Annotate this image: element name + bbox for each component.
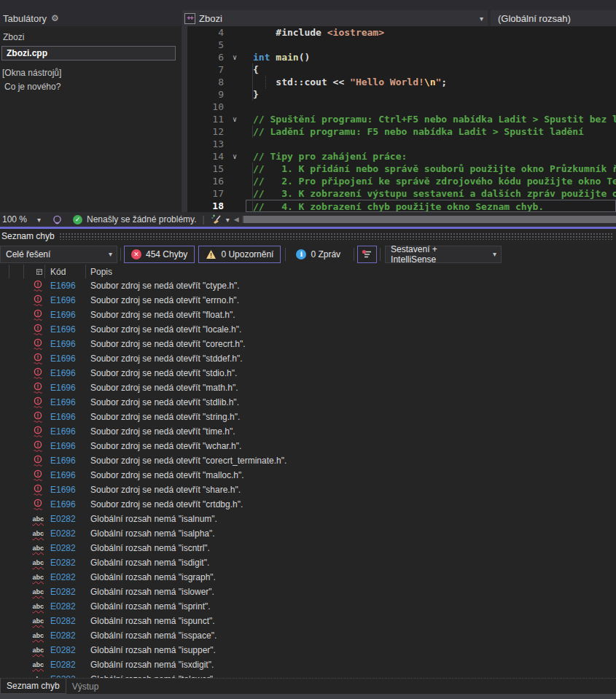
code-line[interactable]: 14∨// Tipy pro zahájení práce:: [187, 150, 616, 163]
error-code-link[interactable]: E1696: [45, 456, 86, 466]
error-row[interactable]: abcE0282Globální rozsah nemá "tolower".: [0, 672, 616, 679]
code-editor[interactable]: 4 #include <iostream>56∨int main()7{8 st…: [182, 26, 616, 212]
error-row[interactable]: E1696Soubor zdroj se nedá otevřít "stdio…: [0, 366, 616, 380]
error-code-link[interactable]: E0282: [45, 616, 86, 626]
warnings-filter-button[interactable]: 0 Upozornění: [198, 246, 281, 263]
document-dropdown[interactable]: ++ Zbozi ▾: [182, 10, 488, 26]
error-code-link[interactable]: E0282: [45, 630, 86, 641]
error-row[interactable]: E1696Soubor zdroj se nedá otevřít "stdde…: [0, 351, 616, 366]
error-row[interactable]: abcE0282Globální rozsah nemá "islower".: [0, 585, 616, 599]
tab-vystup[interactable]: Výstup: [66, 679, 105, 694]
tab-seznam-chyb[interactable]: Seznam chyb: [0, 679, 66, 694]
error-code-link[interactable]: E1696: [45, 295, 86, 305]
error-row[interactable]: abcE0282Globální rozsah nemá "isupper".: [0, 643, 616, 657]
error-code-link[interactable]: E0282: [45, 543, 86, 553]
error-row[interactable]: E1696Soubor zdroj se nedá otevřít "time.…: [0, 424, 616, 439]
intellicode-icon[interactable]: [52, 214, 63, 225]
column-description[interactable]: Popis: [86, 265, 616, 278]
column-code[interactable]: Kód: [45, 265, 86, 278]
code-line[interactable]: 7{: [187, 63, 616, 76]
error-row[interactable]: E1696Soubor zdroj se nedá otevřít "local…: [0, 322, 616, 337]
error-row[interactable]: abcE0282Globální rozsah nemá "ispunct".: [0, 614, 616, 628]
code-line[interactable]: 5: [187, 39, 616, 51]
source-filter-chevron-icon[interactable]: ▾: [493, 250, 496, 258]
error-row[interactable]: abcE0282Globální rozsah nemá "isgraph".: [0, 570, 616, 585]
scrollbar-left-arrow-icon[interactable]: ◀: [234, 216, 239, 223]
error-code-link[interactable]: E1696: [45, 397, 86, 407]
document-health-check-icon[interactable]: ✓: [73, 215, 82, 224]
error-row[interactable]: E1696Soubor zdroj se nedá otevřít "stdli…: [0, 395, 616, 410]
error-code-link[interactable]: E1696: [45, 339, 86, 349]
code-line[interactable]: 11∨// Spuštění programu: Ctrl+F5 nebo na…: [187, 113, 616, 125]
error-code-link[interactable]: E1696: [45, 441, 86, 451]
error-code-link[interactable]: E1696: [45, 426, 86, 437]
column-category[interactable]: [9, 265, 24, 278]
error-code-link[interactable]: E1696: [45, 368, 86, 378]
error-row[interactable]: E1696Soubor zdroj se nedá otevřít "corec…: [0, 337, 616, 351]
scope-filter-chevron-icon[interactable]: ▾: [109, 250, 112, 258]
error-row[interactable]: abcE0282Globální rozsah nemá "isspace".: [0, 628, 616, 643]
messages-filter-button[interactable]: i 0 Zpráv: [289, 246, 348, 263]
error-code-link[interactable]: E1696: [45, 485, 86, 495]
error-code-link[interactable]: E0282: [45, 645, 86, 655]
error-row[interactable]: E1696Soubor zdroj se nedá otevřít "strin…: [0, 410, 616, 424]
code-line[interactable]: 15// 1. K přidání nebo správě souborů po…: [187, 163, 616, 175]
horizontal-scrollbar[interactable]: [242, 216, 616, 223]
error-row[interactable]: abcE0282Globální rozsah nemá "isdigit".: [0, 555, 616, 570]
sidebar-item-co-je-noveho[interactable]: Co je nového?: [0, 79, 182, 93]
error-row[interactable]: E1696Soubor zdroj se nedá otevřít "crtdb…: [0, 497, 616, 512]
error-code-link[interactable]: E1696: [45, 383, 86, 393]
gear-icon[interactable]: ⚙: [51, 13, 59, 23]
column-severity[interactable]: [24, 265, 45, 278]
error-code-link[interactable]: E0282: [45, 558, 86, 568]
error-code-link[interactable]: E0282: [45, 660, 86, 670]
code-line[interactable]: 18// 4. K zobrazení chyb použijte okno S…: [187, 200, 616, 212]
code-line[interactable]: 9}: [187, 88, 616, 101]
zoom-chevron-down-icon[interactable]: ▾: [37, 216, 41, 224]
fold-chevron-icon[interactable]: ∨: [224, 113, 246, 125]
error-row[interactable]: abcE0282Globální rozsah nemá "iscntrl".: [0, 541, 616, 555]
error-code-link[interactable]: E1696: [45, 470, 86, 480]
code-cleanup-broom-icon[interactable]: [211, 214, 222, 225]
sidebar-item-okna-nastroju[interactable]: [Okna nástrojů]: [0, 60, 182, 79]
error-row[interactable]: abcE0282Globální rozsah nemá "isalpha".: [0, 526, 616, 541]
broom-chevron-down-icon[interactable]: ▾: [226, 216, 230, 224]
error-code-link[interactable]: E0282: [45, 514, 86, 524]
column-select[interactable]: [0, 265, 9, 278]
error-code-link[interactable]: E0282: [45, 601, 86, 612]
error-row[interactable]: E1696Soubor zdroj se nedá otevřít "ctype…: [0, 278, 616, 293]
error-row[interactable]: E1696Soubor zdroj se nedá otevřít "float…: [0, 308, 616, 322]
error-code-link[interactable]: E1696: [45, 354, 86, 364]
error-code-link[interactable]: E1696: [45, 499, 86, 509]
error-row[interactable]: E1696Soubor zdroj se nedá otevřít "errno…: [0, 293, 616, 308]
error-row[interactable]: E1696Soubor zdroj se nedá otevřít "share…: [0, 483, 616, 497]
code-line[interactable]: 4 #include <iostream>: [187, 26, 616, 39]
horizontal-scrollbar-thumb[interactable]: [243, 216, 616, 223]
chevron-down-icon[interactable]: ▾: [480, 15, 483, 23]
error-row[interactable]: abcE0282Globální rozsah nemá "isprint".: [0, 599, 616, 614]
error-row[interactable]: E1696Soubor zdroj se nedá otevřít "wchar…: [0, 439, 616, 453]
source-filter-dropdown[interactable]: Sestavení + IntelliSense ▾: [385, 246, 502, 263]
errors-filter-button[interactable]: ✕ 454 Chyby: [124, 246, 195, 263]
error-code-link[interactable]: E1696: [45, 281, 86, 291]
scope-dropdown[interactable]: (Globální rozsah): [491, 10, 616, 26]
error-code-link[interactable]: E1696: [45, 324, 86, 335]
filter-button[interactable]: [357, 246, 377, 263]
code-line[interactable]: 8 std::cout << "Hello World!\n";: [187, 76, 616, 88]
code-line[interactable]: 6∨int main(): [187, 51, 616, 63]
zoom-control[interactable]: 100 % ▾: [2, 214, 52, 224]
error-code-link[interactable]: E0282: [45, 528, 86, 539]
code-line[interactable]: 13: [187, 138, 616, 150]
sidebar-active-file[interactable]: Zbozi.cpp: [1, 46, 176, 60]
code-line[interactable]: 10: [187, 101, 616, 113]
panel-drag-grip[interactable]: [59, 233, 614, 240]
error-code-link[interactable]: E1696: [45, 412, 86, 422]
error-code-link[interactable]: E0282: [45, 572, 86, 582]
error-row[interactable]: abcE0282Globální rozsah nemá "isxdigit".: [0, 657, 616, 672]
error-row[interactable]: abcE0282Globální rozsah nemá "isalnum".: [0, 512, 616, 526]
scope-filter-dropdown[interactable]: Celé řešení ▾: [0, 246, 117, 263]
error-row[interactable]: E1696Soubor zdroj se nedá otevřít "mallo…: [0, 468, 616, 483]
error-row[interactable]: E1696Soubor zdroj se nedá otevřít "math.…: [0, 380, 616, 395]
code-line[interactable]: 16// 2. Pro připojení ke správě zdrojové…: [187, 175, 616, 187]
error-code-link[interactable]: E0282: [45, 587, 86, 597]
